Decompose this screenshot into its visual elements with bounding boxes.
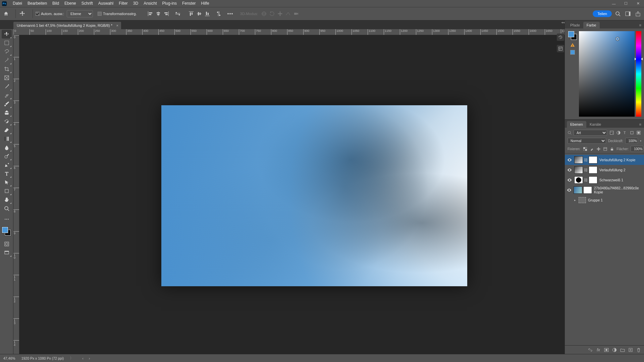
auto-select-target-select[interactable]: Ebene (67, 10, 93, 17)
tab-farbe[interactable]: Farbe (583, 22, 600, 28)
zoom-level[interactable]: 47,46% (3, 356, 15, 360)
menu-bearbeiten[interactable]: Bearbeiten (25, 1, 50, 6)
home-button[interactable] (2, 10, 10, 18)
menu-fenster[interactable]: Fenster (179, 1, 199, 6)
document-tab[interactable]: Unbenannt-1 bei 47,5% (Verlaufsfüllung 2… (13, 22, 121, 29)
menu-schrift[interactable]: Schrift (79, 1, 96, 6)
dodge-tool[interactable] (2, 152, 12, 161)
align-bottom-icon[interactable] (203, 10, 211, 18)
layer-name[interactable]: Verlaufsfüllung 2 (599, 168, 626, 172)
canvas-area[interactable] (19, 35, 565, 354)
auto-select-checkbox[interactable]: Autom. ausw.: (36, 12, 64, 16)
lock-all-icon[interactable] (609, 146, 614, 152)
color-panel-menu-icon[interactable]: ≡ (637, 22, 644, 28)
adjustment-layer-icon[interactable] (612, 347, 617, 353)
quick-mask-icon[interactable] (2, 240, 12, 248)
blur-tool[interactable] (2, 143, 12, 152)
hand-tool[interactable] (2, 195, 12, 204)
layer-thumb[interactable] (574, 156, 583, 164)
layer-filter-type-select[interactable]: Art (574, 130, 607, 136)
layer-name[interactable]: Gruppe 1 (588, 198, 603, 202)
pen-tool[interactable] (2, 161, 12, 169)
history-brush-tool[interactable] (2, 117, 12, 126)
visibility-toggle[interactable] (567, 157, 572, 163)
new-layer-icon[interactable] (628, 347, 633, 353)
layer-mask-thumb[interactable] (583, 186, 592, 194)
lock-artboard-icon[interactable] (602, 146, 608, 152)
layer-row[interactable]: ▸ Gruppe 1 (565, 195, 644, 205)
more-align-icon[interactable] (226, 10, 234, 18)
filter-pixel-icon[interactable] (609, 130, 614, 135)
maximize-button[interactable]: ☐ (620, 0, 632, 7)
doc-info[interactable]: 1920 Px x 1080 Px (72 ppi) (21, 356, 64, 360)
align-top-icon[interactable] (187, 10, 195, 18)
magic-wand-tool[interactable] (2, 56, 12, 65)
menu-plug-ins[interactable]: Plug-ins (160, 1, 179, 6)
ruler-vertical[interactable]: 01234567891011121314 (13, 35, 19, 354)
menu-3d[interactable]: 3D (130, 1, 141, 6)
share-button[interactable]: Teilen (593, 10, 612, 17)
close-tab-icon[interactable]: × (116, 23, 118, 27)
type-tool[interactable] (2, 169, 12, 178)
filter-type-icon[interactable]: T (623, 130, 628, 135)
layer-thumb[interactable] (574, 176, 583, 184)
document-canvas[interactable] (161, 105, 467, 286)
doc-info-flyout-icon[interactable]: 〉 (70, 356, 73, 361)
menu-ansicht[interactable]: Ansicht (141, 1, 159, 6)
move-tool[interactable] (2, 30, 12, 39)
layer-mask-thumb[interactable] (589, 156, 597, 164)
layer-name[interactable]: Verlaufsfüllung 2 Kopie (599, 158, 635, 162)
filter-search-icon[interactable] (568, 131, 572, 135)
menu-filter[interactable]: Filter (116, 1, 130, 6)
properties-panel-icon[interactable] (557, 45, 564, 52)
foreground-color[interactable] (2, 227, 8, 233)
eyedropper-tool[interactable] (2, 82, 12, 91)
layer-name[interactable]: Schwarzweiß 1 (599, 178, 623, 182)
lock-transparent-icon[interactable] (582, 146, 588, 152)
layer-mask-thumb[interactable] (589, 176, 597, 184)
layer-mask-icon[interactable] (604, 347, 609, 353)
link-layers-icon[interactable] (588, 347, 593, 353)
edit-toolbar-icon[interactable] (2, 215, 12, 224)
lock-pixels-icon[interactable] (589, 146, 594, 152)
layer-style-icon[interactable]: fx (596, 347, 601, 353)
layer-row[interactable]: 27b0480a7f4882...82990c0e Kopie (565, 185, 644, 195)
align-right-icon[interactable] (162, 10, 170, 18)
frame-tool[interactable] (2, 73, 12, 82)
lock-position-icon[interactable] (596, 146, 601, 152)
lasso-tool[interactable] (2, 47, 12, 56)
layer-mask-thumb[interactable] (589, 166, 597, 174)
layer-row[interactable]: ⛓ Verlaufsfüllung 2 (565, 165, 644, 175)
group-disclosure-icon[interactable]: ▸ (574, 198, 576, 202)
layer-row[interactable]: ⛓ Schwarzweiß 1 (565, 175, 644, 185)
history-panel-icon[interactable] (557, 34, 564, 41)
healing-brush-tool[interactable] (2, 91, 12, 100)
brush-tool[interactable] (2, 100, 12, 108)
panel-color-swatches[interactable] (568, 31, 577, 40)
opacity-flyout-icon[interactable]: ▾ (640, 139, 641, 142)
search-icon[interactable] (614, 10, 622, 18)
closest-web-color[interactable] (570, 50, 575, 55)
visibility-toggle[interactable] (567, 197, 572, 203)
blend-mode-select[interactable]: Normal (568, 138, 606, 144)
filter-adjust-icon[interactable] (616, 130, 621, 135)
zoom-tool[interactable] (2, 204, 12, 213)
filter-smart-icon[interactable] (636, 130, 641, 135)
eraser-tool[interactable] (2, 126, 12, 134)
delete-layer-icon[interactable] (636, 347, 641, 353)
layer-row[interactable]: ⛓ Verlaufsfüllung 2 Kopie (565, 155, 644, 165)
fill-input[interactable] (631, 146, 643, 152)
layers-panel-menu-icon[interactable]: ≡ (637, 121, 644, 128)
menu-bild[interactable]: Bild (50, 1, 62, 6)
status-arrows[interactable]: ‹› (79, 356, 93, 360)
gamut-warning-icon[interactable] (570, 43, 575, 47)
menu-ebene[interactable]: Ebene (62, 1, 79, 6)
gradient-tool[interactable] (2, 134, 12, 143)
menu-datei[interactable]: Datei (10, 1, 25, 6)
align-h-center-icon[interactable] (154, 10, 162, 18)
align-left-icon[interactable] (146, 10, 154, 18)
tab-ebenen[interactable]: Ebenen (567, 121, 586, 128)
opacity-input[interactable] (625, 138, 638, 144)
new-group-icon[interactable] (620, 347, 625, 353)
distribute-v-icon[interactable] (215, 10, 223, 18)
